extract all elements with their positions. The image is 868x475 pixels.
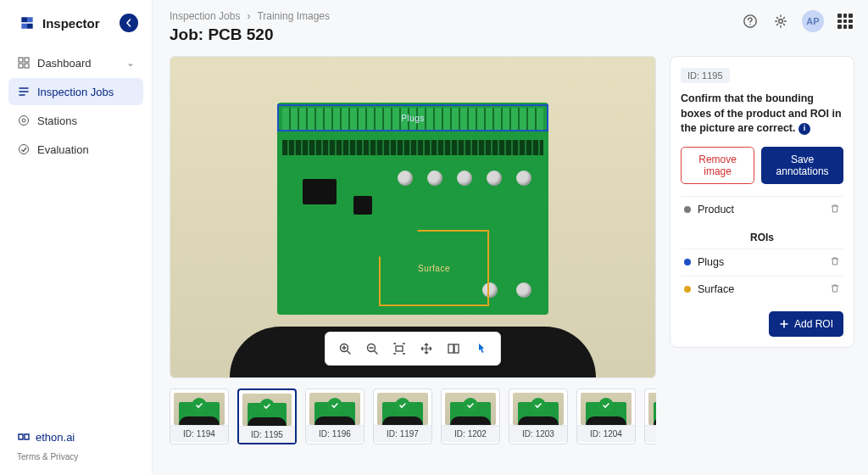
svg-rect-11 bbox=[396, 346, 403, 351]
crumb-training-images[interactable]: Training Images bbox=[257, 10, 330, 22]
thumb-label: ID: 1196 bbox=[306, 425, 364, 442]
delete-roi-button[interactable] bbox=[830, 283, 840, 296]
thumbnail[interactable]: ID: 1197 bbox=[373, 388, 432, 444]
remove-image-button[interactable]: Remove image bbox=[681, 147, 754, 184]
check-icon bbox=[259, 399, 275, 414]
svg-rect-1 bbox=[25, 58, 29, 62]
help-button[interactable] bbox=[741, 12, 760, 31]
pointer-button[interactable] bbox=[470, 338, 492, 360]
zoom-out-icon bbox=[365, 342, 379, 355]
thumbnail[interactable]: ID: 1204 bbox=[576, 388, 636, 444]
compare-button[interactable] bbox=[442, 338, 465, 360]
nav-inspection-jobs[interactable]: Inspection Jobs bbox=[8, 78, 143, 105]
main: Inspection Jobs › Training Images Job: P… bbox=[153, 0, 868, 475]
thumb-label: ID: 1195 bbox=[239, 426, 295, 443]
nav-dashboard[interactable]: Dashboard ⌄ bbox=[8, 49, 143, 76]
crumb-inspection-jobs[interactable]: Inspection Jobs bbox=[170, 10, 240, 22]
thumb-label: ID: 1194 bbox=[170, 425, 228, 442]
compare-icon bbox=[447, 342, 460, 355]
dot-icon bbox=[684, 259, 691, 265]
thumb-label: ID: 1197 bbox=[374, 425, 431, 442]
add-roi-button[interactable]: Add ROI bbox=[769, 311, 843, 337]
instruction-text: Confirm that the bounding boxes of the p… bbox=[681, 92, 843, 137]
avatar[interactable]: AP bbox=[802, 10, 824, 32]
collapse-sidebar-button[interactable] bbox=[120, 14, 138, 32]
check-icon bbox=[395, 398, 410, 413]
svg-rect-12 bbox=[448, 344, 453, 353]
thumb-label: ID: 1203 bbox=[509, 425, 567, 442]
topbar: Inspection Jobs › Training Images Job: P… bbox=[170, 10, 854, 44]
nav-label: Inspection Jobs bbox=[37, 86, 114, 98]
thumbnail[interactable]: ID: 1202 bbox=[441, 388, 500, 444]
thumbnail[interactable]: ID: 1194 bbox=[170, 388, 229, 444]
move-icon bbox=[420, 342, 433, 355]
svg-rect-3 bbox=[25, 64, 29, 68]
delete-product-button[interactable] bbox=[830, 204, 840, 216]
chevron-right-icon: › bbox=[247, 10, 250, 22]
zoom-in-button[interactable] bbox=[334, 338, 356, 360]
roi-box-surface[interactable]: Surface bbox=[379, 230, 489, 306]
roi-label: Surface bbox=[698, 283, 734, 295]
trash-icon bbox=[830, 283, 840, 293]
move-button[interactable] bbox=[415, 338, 437, 360]
footer-brand[interactable]: ethon.ai bbox=[17, 430, 135, 444]
fit-button[interactable] bbox=[388, 338, 410, 360]
annotation-panel: ID: 1195 Confirm that the bounding boxes… bbox=[670, 56, 854, 348]
roi-row-surface[interactable]: Surface bbox=[681, 276, 843, 303]
stations-icon bbox=[17, 114, 31, 127]
top-actions: AP bbox=[741, 10, 854, 32]
check-icon bbox=[531, 398, 546, 413]
breadcrumb: Inspection Jobs › Training Images bbox=[170, 10, 741, 22]
image-viewer[interactable]: Plugs Surface bbox=[170, 56, 656, 378]
image-id-chip: ID: 1195 bbox=[681, 68, 730, 83]
thumbnail[interactable]: ID: 1196 bbox=[305, 388, 364, 444]
rois-header: ROIs bbox=[681, 223, 843, 249]
gear-icon bbox=[773, 14, 788, 29]
pointer-icon bbox=[474, 342, 487, 355]
thumbnail-strip: ID: 1194 ID: 1195 ID: 1196 ID: 1197 ID: … bbox=[170, 385, 656, 448]
trash-icon bbox=[830, 204, 840, 214]
check-icon bbox=[598, 398, 614, 413]
roi-label: Plugs bbox=[698, 256, 724, 268]
plus-icon bbox=[779, 319, 789, 329]
thumb-label: ID: 1204 bbox=[577, 425, 635, 442]
inspection-icon bbox=[17, 85, 31, 98]
check-icon bbox=[463, 398, 478, 413]
chevron-left-icon bbox=[125, 19, 133, 27]
fit-icon bbox=[392, 342, 406, 355]
svg-rect-13 bbox=[454, 344, 459, 353]
save-annotations-button[interactable]: Save annotations bbox=[761, 147, 843, 184]
delete-roi-button[interactable] bbox=[830, 256, 840, 269]
thumbnail[interactable]: ID: 12 bbox=[644, 388, 656, 444]
roi-box-plugs[interactable]: Plugs bbox=[277, 104, 548, 131]
nav-label: Dashboard bbox=[37, 57, 92, 70]
thumb-label: ID: 12 bbox=[645, 425, 656, 442]
svg-rect-0 bbox=[19, 58, 23, 62]
thumb-label: ID: 1202 bbox=[442, 425, 499, 442]
check-icon bbox=[327, 398, 342, 413]
apps-icon bbox=[837, 14, 853, 29]
nav-label: Evaluation bbox=[37, 143, 89, 156]
info-icon[interactable]: i bbox=[798, 123, 810, 135]
thumbnail[interactable]: ID: 1195 bbox=[237, 388, 297, 444]
viewer-toolbar bbox=[325, 332, 501, 366]
nav-stations[interactable]: Stations bbox=[8, 107, 143, 134]
check-icon bbox=[192, 398, 207, 413]
product-label: Product bbox=[698, 204, 734, 215]
help-icon bbox=[743, 14, 758, 29]
ethon-icon bbox=[17, 430, 31, 444]
evaluation-icon bbox=[17, 142, 31, 156]
product-row[interactable]: Product bbox=[681, 196, 843, 223]
apps-button[interactable] bbox=[836, 12, 854, 31]
nav-evaluation[interactable]: Evaluation bbox=[8, 136, 143, 163]
nav-list: Dashboard ⌄ Inspection Jobs Stations Eva… bbox=[0, 49, 152, 165]
thumbnail[interactable]: ID: 1203 bbox=[509, 388, 568, 444]
content: Plugs Surface ID: 1194 bbox=[170, 56, 854, 475]
terms-link[interactable]: Terms & Privacy bbox=[17, 452, 135, 461]
svg-rect-2 bbox=[19, 64, 23, 68]
zoom-out-button[interactable] bbox=[361, 338, 383, 360]
settings-button[interactable] bbox=[771, 12, 790, 31]
nav-label: Stations bbox=[37, 115, 77, 127]
roi-row-plugs[interactable]: Plugs bbox=[681, 249, 843, 276]
thumb-image bbox=[648, 393, 656, 425]
